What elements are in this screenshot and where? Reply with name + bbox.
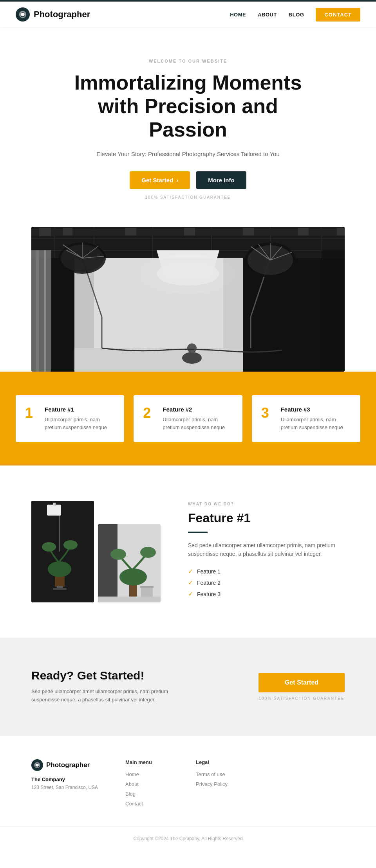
cta-title: Ready? Get Started!: [31, 669, 188, 682]
svg-point-49: [182, 352, 202, 364]
svg-rect-48: [337, 228, 345, 235]
feature-card-1: 1 Feature #1 Ullamcorper primis, nam pre…: [16, 395, 124, 442]
svg-rect-54: [47, 505, 61, 516]
nav-contact-button[interactable]: CONTACT: [316, 8, 360, 22]
feature-title-1: Feature #1: [45, 406, 115, 413]
brand-name: Photographer: [34, 9, 90, 20]
what-image-2: [98, 524, 161, 602]
footer-bottom: Copyright ©2024 The Company, All Rights …: [0, 826, 376, 851]
what-images: [31, 501, 164, 602]
footer-logo-icon: [31, 759, 43, 771]
hero-description: Elevate Your Story: Professional Photogr…: [16, 151, 360, 157]
feature-card-2: 2 Feature #2 Ullamcorper primis, nam pre…: [134, 395, 242, 442]
what-list-item-3: ✓ Feature 3: [188, 590, 345, 598]
footer-link-about[interactable]: About: [125, 781, 172, 787]
what-content: WHAT DO WE DO? Feature #1 Sed pede ullam…: [188, 502, 345, 602]
feature-card-3: 3 Feature #3 Ullamcorper primis, nam pre…: [252, 395, 360, 442]
nav-blog[interactable]: BLOG: [289, 12, 304, 18]
logo-icon: [16, 7, 30, 22]
svg-rect-70: [98, 597, 161, 602]
cta-description: Sed pede ullamcorper amet ullamcorper pr…: [31, 688, 188, 704]
check-icon-3: ✓: [188, 590, 193, 598]
studio-image: [31, 227, 345, 372]
what-label: WHAT DO WE DO?: [188, 502, 345, 506]
feature-desc-3: Ullamcorper primis, nam pretium suspendi…: [281, 416, 351, 431]
footer: Photographer The Company 123 Street, San…: [0, 735, 376, 851]
svg-rect-60: [57, 586, 63, 588]
svg-point-57: [48, 561, 71, 577]
cta-inner: Ready? Get Started! Sed pede ullamcorper…: [31, 669, 345, 704]
svg-point-66: [110, 549, 126, 560]
what-list-item-1: ✓ Feature 1: [188, 568, 345, 575]
svg-rect-42: [39, 228, 51, 236]
navbar: Photographer HOME ABOUT BLOG CONTACT: [0, 0, 376, 27]
what-we-do-section: WHAT DO WE DO? Feature #1 Sed pede ullam…: [0, 465, 376, 638]
nav-home[interactable]: HOME: [230, 12, 246, 18]
footer-brand: Photographer The Company 123 Street, San…: [31, 759, 102, 791]
nav-links: HOME ABOUT BLOG CONTACT: [230, 8, 360, 22]
footer-legal: Legal Terms of use Privacy Policy: [196, 759, 243, 791]
svg-rect-69: [140, 586, 154, 588]
cta-button[interactable]: Get Started: [258, 673, 345, 692]
hero-buttons: Get Started › More Info: [16, 171, 360, 189]
nav-logo[interactable]: Photographer: [16, 7, 90, 22]
feature-title-3: Feature #3: [281, 406, 351, 413]
svg-rect-14: [31, 250, 51, 372]
hero-guarantee: 100% SATISFACTION GUARANTEE: [16, 195, 360, 199]
get-started-button[interactable]: Get Started ›: [130, 171, 190, 189]
footer-brand-name: Photographer: [46, 761, 90, 769]
svg-point-67: [140, 547, 156, 558]
svg-rect-63: [98, 524, 118, 602]
footer-main-menu: Main menu Home About Blog Contact: [125, 759, 172, 810]
studio-image-wrap: [16, 227, 360, 372]
more-info-button[interactable]: More Info: [196, 171, 246, 189]
what-title: Feature #1: [188, 511, 345, 525]
what-list-item-2: ✓ Feature 2: [188, 579, 345, 586]
footer-main: Photographer The Company 123 Street, San…: [0, 735, 376, 826]
footer-link-privacy[interactable]: Privacy Policy: [196, 781, 243, 787]
svg-point-59: [63, 540, 78, 550]
svg-rect-61: [53, 588, 67, 590]
cta-guarantee: 100% SATISFACTION GUARANTEE: [258, 696, 345, 701]
svg-rect-47: [298, 228, 309, 235]
footer-address: 123 Street, San Francisco, USA: [31, 784, 102, 791]
svg-rect-45: [184, 228, 195, 235]
what-inner: WHAT DO WE DO? Feature #1 Sed pede ullam…: [31, 501, 345, 602]
nav-about[interactable]: ABOUT: [258, 12, 277, 18]
svg-rect-22: [74, 348, 243, 372]
footer-copyright: Copyright ©2024 The Company, All Rights …: [133, 836, 242, 841]
hero-subtitle: WELCOME TO OUR WEBSITE: [16, 59, 360, 63]
what-description: Sed pede ullamcorper amet ullamcorper pr…: [188, 541, 345, 559]
feature-num-3: 3: [261, 406, 273, 420]
svg-point-58: [42, 542, 56, 552]
feature-num-2: 2: [143, 406, 155, 420]
features-section: 1 Feature #1 Ullamcorper primis, nam pre…: [0, 372, 376, 465]
svg-rect-43: [63, 228, 72, 235]
footer-link-contact[interactable]: Contact: [125, 801, 172, 807]
footer-link-terms[interactable]: Terms of use: [196, 771, 243, 777]
footer-link-blog[interactable]: Blog: [125, 791, 172, 797]
svg-rect-51: [321, 250, 345, 372]
cta-section: Ready? Get Started! Sed pede ullamcorper…: [0, 638, 376, 735]
what-divider: [188, 532, 208, 533]
svg-rect-46: [243, 228, 254, 235]
what-list: ✓ Feature 1 ✓ Feature 2 ✓ Feature 3: [188, 568, 345, 598]
cta-right: Get Started 100% SATISFACTION GUARANTEE: [258, 673, 345, 701]
footer-link-home[interactable]: Home: [125, 771, 172, 777]
footer-main-menu-title: Main menu: [125, 759, 172, 765]
cta-left: Ready? Get Started! Sed pede ullamcorper…: [31, 669, 188, 704]
hero-title: Immortalizing Moments with Precision and…: [70, 71, 306, 141]
footer-logo: Photographer: [31, 759, 102, 771]
hero-section: WELCOME TO OUR WEBSITE Immortalizing Mom…: [0, 27, 376, 219]
feature-desc-1: Ullamcorper primis, nam pretium suspendi…: [45, 416, 115, 431]
feature-title-2: Feature #2: [163, 406, 233, 413]
what-image-1: [31, 501, 94, 602]
check-icon-2: ✓: [188, 579, 193, 586]
feature-desc-2: Ullamcorper primis, nam pretium suspendi…: [163, 416, 233, 431]
footer-company: The Company: [31, 776, 102, 782]
features-grid: 1 Feature #1 Ullamcorper primis, nam pre…: [16, 395, 360, 442]
footer-inner: Photographer The Company 123 Street, San…: [31, 759, 345, 810]
check-icon-1: ✓: [188, 568, 193, 575]
svg-rect-55: [53, 503, 56, 506]
footer-legal-title: Legal: [196, 759, 243, 765]
